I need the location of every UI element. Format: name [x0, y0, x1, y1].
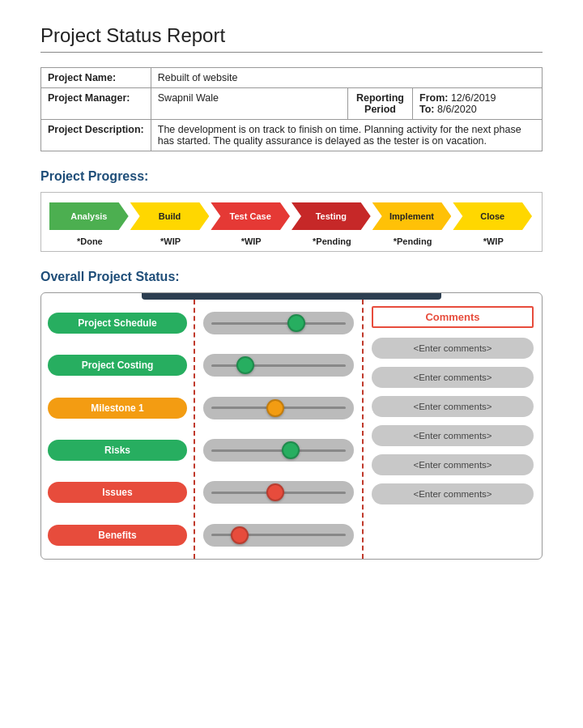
arrow-label-1: *WIP: [130, 236, 211, 246]
status-comments-col: Comments <Enter comments><Enter comments…: [364, 300, 542, 559]
arrow-item-4: Implement: [372, 202, 452, 230]
status-label-2: Milestone 1: [48, 398, 187, 419]
slider-track-1[interactable]: [203, 354, 354, 377]
description-label: Project Description:: [41, 120, 151, 151]
arrow-item-2: Test Case: [211, 202, 290, 230]
project-manager-label: Project Manager:: [41, 88, 151, 120]
comment-pill-3[interactable]: <Enter comments>: [372, 425, 534, 446]
status-label-4: Issues: [48, 482, 187, 503]
slider-track-0[interactable]: [203, 312, 354, 334]
status-label-0: Project Schedule: [48, 313, 187, 334]
slider-dot-4: [266, 483, 284, 501]
status-label-5: Benefits: [48, 525, 187, 546]
arrow-label-3: *Pending: [292, 236, 372, 246]
project-name-value: Rebuilt of website: [151, 68, 542, 88]
reporting-period-values: From: 12/6/2019 To: 8/6/2020: [413, 88, 543, 120]
overall-status-title: Overall Project Status:: [40, 270, 543, 284]
slider-track-2[interactable]: [203, 397, 354, 419]
comments-header: Comments: [372, 306, 534, 328]
arrow-label-0: *Done: [49, 236, 130, 246]
comment-pill-2[interactable]: <Enter comments>: [372, 396, 534, 417]
page-title: Project Status Report: [40, 24, 543, 47]
status-labels-col: Project ScheduleProject CostingMilestone…: [41, 300, 195, 559]
from-label: From:: [419, 92, 448, 104]
comment-pill-4[interactable]: <Enter comments>: [372, 454, 534, 475]
comment-pill-0[interactable]: <Enter comments>: [372, 338, 534, 359]
arrow-item-1: Build: [130, 202, 210, 230]
slider-track-5[interactable]: [203, 524, 354, 547]
status-label-1: Project Costing: [48, 355, 187, 376]
slider-track-4[interactable]: [203, 481, 354, 504]
project-name-label: Project Name:: [41, 68, 151, 88]
description-value: The development is on track to finish on…: [151, 120, 542, 151]
arrow-item-5: Close: [453, 202, 532, 230]
slider-dot-2: [266, 399, 284, 417]
arrow-item-3: Testing: [292, 202, 371, 230]
comment-pill-1[interactable]: <Enter comments>: [372, 367, 534, 388]
slider-dot-1: [236, 356, 254, 374]
arrows-row: AnalysisBuildTest CaseTestingImplementCl…: [49, 202, 534, 230]
info-table: Project Name: Rebuilt of website Project…: [40, 67, 543, 151]
slider-dot-3: [282, 441, 300, 459]
status-label-3: Risks: [48, 440, 187, 461]
slider-track-3[interactable]: [203, 439, 354, 462]
reporting-period-label: Reporting Period: [348, 88, 413, 120]
progress-section-title: Project Progress:: [40, 169, 543, 184]
comment-pill-5[interactable]: <Enter comments>: [372, 483, 534, 504]
slider-dot-0: [287, 314, 305, 332]
title-divider: [40, 52, 543, 53]
arrow-label-4: *Pending: [372, 236, 453, 246]
progress-container: AnalysisBuildTest CaseTestingImplementCl…: [40, 192, 543, 252]
status-body: Project ScheduleProject CostingMilestone…: [41, 300, 542, 559]
arrow-label-2: *WIP: [211, 236, 292, 246]
slider-dot-5: [231, 526, 249, 544]
status-sliders-col: [195, 300, 364, 559]
arrow-label-5: *WIP: [453, 236, 534, 246]
status-box: Project ScheduleProject CostingMilestone…: [40, 292, 543, 560]
arrow-item-0: Analysis: [49, 202, 129, 230]
to-value: 8/6/2020: [437, 104, 477, 115]
to-label: To:: [419, 104, 435, 115]
labels-row: *Done*WIP*WIP*Pending*Pending*WIP: [49, 236, 534, 246]
project-manager-value: Swapnil Wale: [151, 88, 347, 120]
status-top-bar: [142, 293, 442, 300]
from-value: 12/6/2019: [451, 92, 496, 104]
